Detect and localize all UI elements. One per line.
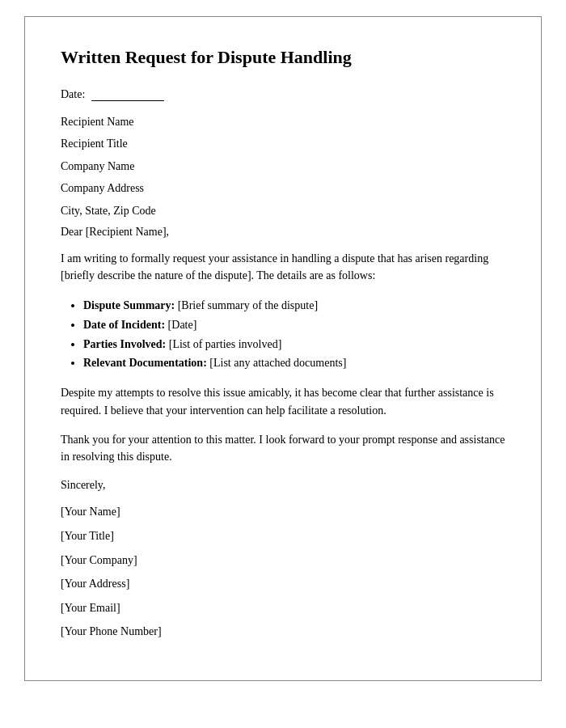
bullet-text-2: [Date] — [168, 319, 197, 331]
bullet-text-1: [Brief summary of the dispute] — [178, 299, 318, 311]
closing-sincerely: Sincerely, — [61, 477, 505, 493]
closing-your-company: [Your Company] — [61, 552, 505, 569]
paragraph-3: Thank you for your attention to this mat… — [61, 431, 505, 466]
date-label: Date: — [61, 88, 85, 100]
document-title: Written Request for Dispute Handling — [61, 46, 505, 70]
bullet-label-2: Date of Incident: — [83, 319, 165, 331]
date-line: Date: — [61, 87, 505, 101]
recipient-title: Recipient Title — [61, 136, 505, 152]
company-name: Company Name — [61, 159, 505, 175]
details-list: Dispute Summary: [Brief summary of the d… — [83, 296, 505, 373]
address-block: Recipient Name Recipient Title Company N… — [61, 114, 505, 219]
closing-your-address: [Your Address] — [61, 576, 505, 592]
recipient-name: Recipient Name — [61, 114, 505, 130]
city-state-zip: City, State, Zip Code — [61, 203, 505, 219]
intro-paragraph: I am writing to formally request your as… — [61, 250, 505, 285]
closing-your-name: [Your Name] — [61, 504, 505, 520]
list-item: Parties Involved: [List of parties invol… — [83, 335, 505, 354]
date-underline-field — [91, 87, 164, 101]
document: Written Request for Dispute Handling Dat… — [24, 16, 542, 681]
salutation: Dear [Recipient Name], — [61, 226, 505, 239]
bullet-label-1: Dispute Summary: — [83, 299, 175, 311]
company-address: Company Address — [61, 180, 505, 197]
closing-your-title: [Your Title] — [61, 528, 505, 544]
bullet-text-4: [List any attached documents] — [209, 357, 346, 369]
closing-your-email: [Your Email] — [61, 600, 505, 616]
list-item: Date of Incident: [Date] — [83, 315, 505, 335]
list-item: Relevant Documentation: [List any attach… — [83, 353, 505, 373]
closing-your-phone: [Your Phone Number] — [61, 624, 505, 640]
list-item: Dispute Summary: [Brief summary of the d… — [83, 296, 505, 315]
paragraph-2: Despite my attempts to resolve this issu… — [61, 384, 505, 419]
bullet-label-4: Relevant Documentation: — [83, 357, 207, 369]
closing-block: Sincerely, [Your Name] [Your Title] [You… — [61, 477, 505, 640]
page-wrapper: Written Request for Dispute Handling Dat… — [0, 0, 566, 728]
bullet-text-3: [List of parties involved] — [169, 338, 282, 350]
bullet-label-3: Parties Involved: — [83, 338, 166, 350]
